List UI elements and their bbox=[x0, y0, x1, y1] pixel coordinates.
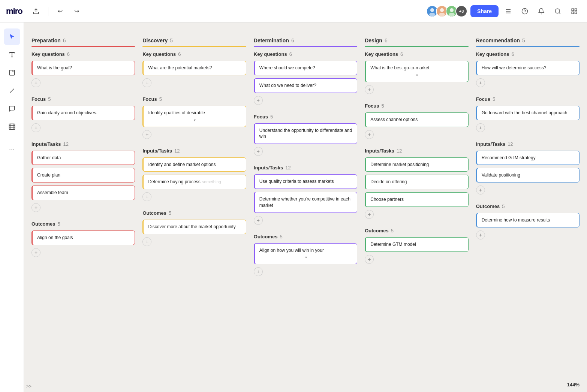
card-text: Where should we compete? bbox=[259, 65, 315, 70]
add-card-button-determination-0[interactable]: + bbox=[254, 96, 263, 105]
card[interactable]: What is the goal? bbox=[31, 61, 135, 75]
section-header-discovery-3: Outcomes5 bbox=[142, 210, 246, 216]
add-card-button-determination-1[interactable]: + bbox=[254, 147, 263, 156]
card[interactable]: Understand the opportunity to differenti… bbox=[254, 123, 357, 144]
card[interactable]: Assemble team bbox=[31, 186, 135, 200]
add-card-button-preparation-3[interactable]: + bbox=[31, 248, 40, 257]
section-discovery-3: Outcomes5Discover more about the market … bbox=[142, 210, 246, 246]
card[interactable]: Determine whether you're competitive in … bbox=[254, 192, 357, 213]
card[interactable]: Go forward with the best channel approac… bbox=[476, 106, 580, 120]
col-title-recommendation: Recommendation5 bbox=[476, 37, 580, 43]
search-icon-button[interactable] bbox=[551, 4, 565, 18]
section-recommendation-3: Outcomes5Determine how to measure result… bbox=[476, 203, 580, 239]
add-card-button-recommendation-1[interactable]: + bbox=[476, 123, 485, 132]
add-card-button-recommendation-3[interactable]: + bbox=[476, 230, 485, 239]
card[interactable]: Create plan bbox=[31, 168, 135, 183]
add-card-button-preparation-0[interactable]: + bbox=[31, 78, 40, 87]
text-tool-button[interactable] bbox=[4, 46, 20, 63]
section-count: 5 bbox=[382, 103, 384, 109]
undo-button[interactable]: ↩ bbox=[54, 5, 66, 17]
notifications-icon-button[interactable] bbox=[535, 4, 548, 18]
section-header-determination-2: Inputs/Tasks12 bbox=[254, 165, 357, 171]
col-line-recommendation bbox=[476, 46, 580, 47]
add-card-button-design-2[interactable]: + bbox=[365, 210, 374, 219]
svg-rect-17 bbox=[572, 9, 574, 10]
section-count: 5 bbox=[502, 203, 505, 209]
add-card-button-discovery-2[interactable]: + bbox=[142, 192, 151, 201]
add-card-button-recommendation-0[interactable]: + bbox=[476, 78, 485, 87]
add-card-button-design-0[interactable]: + bbox=[365, 85, 374, 94]
add-card-button-design-1[interactable]: + bbox=[365, 130, 374, 139]
card[interactable]: Choose partners bbox=[365, 192, 468, 207]
card[interactable]: Determine buying processsomething bbox=[142, 175, 246, 189]
section-title: Key questions bbox=[476, 51, 509, 57]
card[interactable]: What do we need to deliver? bbox=[254, 78, 357, 93]
card[interactable]: Decide on offering bbox=[365, 175, 468, 189]
card[interactable]: Align on the goals bbox=[31, 230, 135, 245]
card[interactable]: Align on how you will win in your▾ bbox=[254, 243, 357, 265]
col-title-preparation: Preparation6 bbox=[31, 37, 135, 43]
card[interactable]: Assess channel options bbox=[365, 112, 468, 127]
section-header-preparation-3: Outcomes5 bbox=[31, 221, 135, 227]
sticky-note-tool-button[interactable] bbox=[4, 64, 20, 81]
more-tools-button[interactable]: ··· bbox=[4, 141, 20, 158]
section-count: 6 bbox=[67, 51, 70, 57]
card[interactable]: Determine market positioning bbox=[365, 157, 468, 172]
card[interactable]: Gain clarity around objectives. bbox=[31, 106, 135, 120]
add-card-button-recommendation-2[interactable]: + bbox=[476, 186, 485, 195]
card[interactable]: Determine how to measure results bbox=[476, 213, 580, 227]
add-card-button-discovery-0[interactable]: + bbox=[142, 78, 151, 87]
card[interactable]: Identify and define market options bbox=[142, 157, 246, 172]
col-header-recommendation: Recommendation5 bbox=[476, 37, 580, 47]
card[interactable]: Identify qualities of desirable▾ bbox=[142, 106, 246, 127]
card[interactable]: Determine GTM model bbox=[365, 237, 468, 252]
card[interactable]: Where should we compete? bbox=[254, 61, 357, 75]
add-card-button-determination-2[interactable]: + bbox=[254, 216, 263, 225]
card-text: Validate positioning bbox=[482, 172, 520, 178]
add-card-button-determination-3[interactable]: + bbox=[254, 267, 263, 276]
add-card-button-preparation-2[interactable]: + bbox=[31, 203, 40, 212]
card-text: Determine market positioning bbox=[370, 162, 429, 167]
select-tool-button[interactable] bbox=[4, 28, 20, 45]
section-title: Focus bbox=[142, 96, 157, 102]
card[interactable]: Use quality criteria to assess markets bbox=[254, 174, 357, 189]
help-icon-button[interactable] bbox=[518, 4, 532, 18]
redo-button[interactable]: ↪ bbox=[71, 5, 83, 17]
card-text: Decide on offering bbox=[370, 179, 407, 184]
card[interactable]: What are the potential markets? bbox=[142, 61, 246, 75]
toolbar-separator-2 bbox=[6, 138, 18, 138]
line-tool-button[interactable] bbox=[4, 82, 20, 99]
card[interactable]: Gather data bbox=[31, 151, 135, 165]
avatar-group: +3 bbox=[426, 5, 467, 17]
share-button[interactable]: Share bbox=[470, 5, 499, 17]
card[interactable]: Validate positioning bbox=[476, 168, 580, 183]
svg-rect-18 bbox=[575, 9, 577, 10]
card[interactable]: How will we determine success? bbox=[476, 61, 580, 75]
board-menu-button[interactable] bbox=[568, 4, 581, 18]
section-title: Key questions bbox=[254, 51, 287, 57]
card-chevron-icon: ▾ bbox=[148, 118, 241, 123]
card-text: Determine GTM model bbox=[370, 242, 416, 247]
add-card-button-discovery-3[interactable]: + bbox=[142, 237, 151, 246]
comment-tool-button[interactable] bbox=[4, 100, 20, 117]
section-title: Inputs/Tasks bbox=[254, 165, 283, 171]
frame-tool-button[interactable] bbox=[4, 118, 20, 135]
card-text: Assess channel options bbox=[370, 117, 418, 122]
ghost-text: something bbox=[202, 180, 221, 184]
col-header-design: Design6 bbox=[365, 37, 468, 47]
card-text: What is the best go-to-market bbox=[370, 65, 429, 70]
card[interactable]: Discover more about the market opportuni… bbox=[142, 220, 246, 234]
card-text: Gather data bbox=[37, 155, 61, 160]
expand-button[interactable]: >> bbox=[26, 384, 31, 389]
column-design: Design6 Key questions6What is the best g… bbox=[365, 37, 468, 285]
add-card-button-design-3[interactable]: + bbox=[365, 255, 374, 264]
settings-icon-button[interactable] bbox=[502, 4, 515, 18]
add-card-button-preparation-1[interactable]: + bbox=[31, 123, 40, 132]
card[interactable]: What is the best go-to-market▾ bbox=[365, 61, 468, 82]
export-button[interactable] bbox=[30, 5, 42, 17]
section-count: 6 bbox=[289, 51, 292, 57]
section-design-1: Focus5Assess channel options+ bbox=[365, 103, 468, 139]
card[interactable]: Recommend GTM strategy bbox=[476, 151, 580, 165]
section-preparation-3: Outcomes5Align on the goals+ bbox=[31, 221, 135, 257]
add-card-button-discovery-1[interactable]: + bbox=[142, 130, 151, 139]
